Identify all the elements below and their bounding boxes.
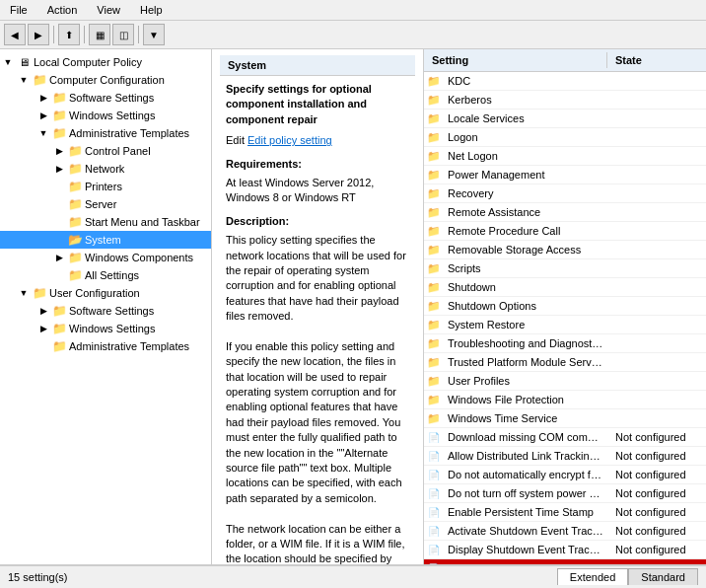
settings-folder-row[interactable]: 📁 Logon [424,128,706,147]
menu-file[interactable]: File [4,2,34,18]
status-text: 15 setting(s) [8,571,68,583]
tree-item-all-settings[interactable]: 📁 All Settings [0,266,211,284]
tree-item-control-panel[interactable]: ▶ 📁 Control Panel [0,142,211,160]
tree-panel[interactable]: ▼ 🖥 Local Computer Policy ▼ 📁 Computer C… [0,49,212,564]
settings-folder-row[interactable]: 📁 Troubleshooting and Diagnostics [424,334,706,353]
expand-icon[interactable] [35,338,51,354]
settings-policy-row[interactable]: 📄 Display Shutdown Event Tracker Not con… [424,541,706,559]
tree-label: Software Settings [69,303,154,319]
tree-item-software-settings-cc[interactable]: ▶ 📁 Software Settings [0,89,211,107]
settings-folder-row[interactable]: 📁 Power Management [424,166,706,184]
tree-item-user-config[interactable]: ▼ 📁 User Configuration [0,284,211,302]
tree-item-software-settings-uc[interactable]: ▶ 📁 Software Settings [0,302,211,320]
expand-icon[interactable] [51,179,67,194]
settings-list[interactable]: 📁 KDC 📁 Kerberos 📁 Locale Services 📁 Log… [424,72,706,564]
policy-setting-link[interactable]: Edit policy setting [247,134,332,146]
tree-item-start-menu[interactable]: 📁 Start Menu and Taskbar [0,213,211,231]
settings-policy-row[interactable]: 📄 Download missing COM components Not co… [424,428,706,447]
settings-policy-row[interactable]: 📄 Activate Shutdown Event Tracker System… [424,522,706,541]
expand-icon[interactable] [51,232,67,248]
tree-item-system[interactable]: 📂 System [0,231,211,249]
tree-item-printers[interactable]: 📁 Printers [0,178,211,195]
row-state [607,361,706,363]
expand-icon[interactable]: ▼ [16,72,32,88]
settings-folder-row[interactable]: 📁 Remote Procedure Call [424,222,706,241]
settings-policy-row[interactable]: 📄 Enable Persistent Time Stamp Not confi… [424,503,706,522]
settings-folder-row[interactable]: 📁 KDC [424,72,706,91]
expand-icon[interactable]: ▼ [0,54,16,70]
show-hide-button[interactable]: ▦ [89,24,110,45]
tree-label: Computer Configuration [49,72,165,88]
expand-icon[interactable]: ▶ [51,161,67,177]
menu-action[interactable]: Action [41,2,84,18]
menu-view[interactable]: View [91,2,126,18]
tree-label: User Configuration [49,285,140,301]
folder-icon: 📁 [67,214,83,230]
forward-button[interactable]: ▶ [28,24,49,45]
tree-item-windows-settings-cc[interactable]: ▶ 📁 Windows Settings [0,107,211,124]
row-state [607,286,706,288]
expand-icon[interactable] [51,196,67,212]
tree-item-windows-components[interactable]: ▶ 📁 Windows Components [0,249,211,266]
folder-open-icon: 📂 [67,232,83,248]
back-button[interactable]: ◀ [4,24,26,45]
settings-folder-row[interactable]: 📁 Kerberos [424,91,706,110]
row-label: Allow Distributed Link Tracking clients … [444,449,607,463]
col-state-header: State [607,52,706,68]
settings-folder-row[interactable]: 📁 Remote Assistance [424,203,706,222]
up-button[interactable]: ⬆ [58,24,80,45]
row-state: Not configured [607,524,706,538]
tree-item-computer-config[interactable]: ▼ 📁 Computer Configuration [0,71,211,89]
row-label: Do not automatically encrypt files moved… [444,468,607,481]
tree-label: Windows Settings [69,321,155,336]
tree-label: Windows Settings [69,108,155,123]
settings-folder-row[interactable]: 📁 Shutdown [424,278,706,297]
tree-label: Start Menu and Taskbar [85,214,200,230]
expand-icon[interactable]: ▶ [35,108,51,123]
bottom-area: 15 setting(s) Extended Standard [0,564,706,587]
settings-folder-row[interactable]: 📁 Recovery [424,184,706,203]
new-window-button[interactable]: ◫ [112,24,134,45]
tree-item-local-computer-policy[interactable]: ▼ 🖥 Local Computer Policy [0,53,211,71]
settings-policy-row[interactable]: 📄 Allow Distributed Link Tracking client… [424,447,706,466]
menu-help[interactable]: Help [134,2,169,18]
folder-row-icon: 📁 [424,278,444,296]
tree-item-admin-templates[interactable]: ▼ 📁 Administrative Templates [0,124,211,142]
filter-button[interactable]: ▼ [143,24,165,45]
doc-row-icon: 📄 [424,559,444,564]
settings-folder-row[interactable]: 📁 Windows Time Service [424,409,706,428]
settings-policy-row[interactable]: 📄 Specify settings for optional componen… [424,559,706,564]
tab-extended[interactable]: Extended [557,568,628,585]
tab-standard[interactable]: Standard [628,568,698,585]
expand-icon[interactable] [51,214,67,230]
settings-folder-row[interactable]: 📁 Removable Storage Access [424,241,706,259]
toolbar-sep-2 [84,26,85,43]
expand-icon[interactable]: ▼ [35,125,51,141]
settings-folder-row[interactable]: 📁 User Profiles [424,372,706,391]
folder-row-icon: 📁 [424,241,444,258]
expand-icon[interactable]: ▼ [16,285,32,301]
tree-item-server[interactable]: 📁 Server [0,195,211,213]
expand-icon[interactable]: ▶ [35,303,51,319]
settings-folder-row[interactable]: 📁 Scripts [424,259,706,278]
row-label: KDC [444,74,607,88]
expand-icon[interactable]: ▶ [35,90,51,106]
tree-item-windows-settings-uc[interactable]: ▶ 📁 Windows Settings [0,320,211,337]
tree-item-admin-templates-uc[interactable]: 📁 Administrative Templates [0,337,211,355]
expand-icon[interactable] [51,267,67,283]
settings-folder-row[interactable]: 📁 Locale Services [424,110,706,128]
row-state: Disabled [607,561,706,564]
expand-icon[interactable]: ▶ [35,321,51,336]
settings-policy-row[interactable]: 📄 Do not turn off system power after a W… [424,484,706,503]
settings-folder-row[interactable]: 📁 Shutdown Options [424,297,706,316]
settings-folder-row[interactable]: 📁 Net Logon [424,147,706,166]
settings-folder-row[interactable]: 📁 Windows File Protection [424,391,706,409]
expand-icon[interactable]: ▶ [51,143,67,159]
settings-folder-row[interactable]: 📁 Trusted Platform Module Services [424,353,706,372]
tree-item-network[interactable]: ▶ 📁 Network [0,160,211,178]
settings-folder-row[interactable]: 📁 System Restore [424,316,706,334]
settings-policy-row[interactable]: 📄 Do not automatically encrypt files mov… [424,466,706,484]
expand-icon[interactable]: ▶ [51,250,67,265]
description-body: This policy setting specifies the networ… [226,233,409,564]
desc-edit-link: Edit Edit policy setting [226,133,409,148]
